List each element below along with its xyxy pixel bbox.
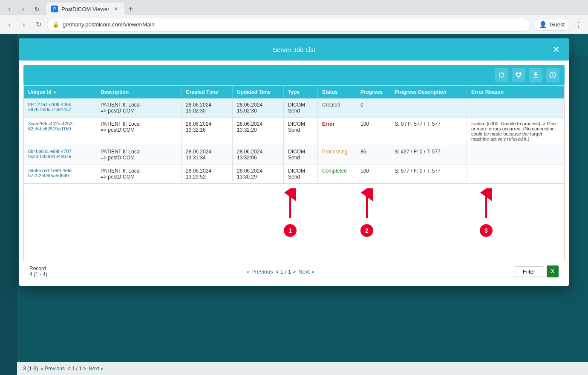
history-icon — [549, 71, 556, 79]
cell-unique-id: fd4127a1-c4d9-436d-a976-2e0dc7b914d7 — [24, 98, 96, 117]
header-error-reason: Error Reason — [467, 86, 564, 98]
more-options-button[interactable]: ⋮ — [573, 19, 585, 31]
modal-toolbar — [23, 65, 565, 85]
cell-progress: 86 — [356, 145, 390, 164]
cell-type: DICOMSend — [284, 118, 318, 145]
annotation-number-2: 2 — [360, 224, 373, 237]
arrow-up-icon-1 — [284, 188, 297, 222]
table-row[interactable]: fd4127a1-c4d9-436d-a976-2e0dc7b914d7 PAT… — [24, 98, 564, 118]
forward-btn-toolbar[interactable]: › — [18, 19, 30, 31]
new-tab-button[interactable]: + — [124, 3, 136, 15]
cell-status: Error — [318, 118, 356, 145]
second-page-info: < 1 / 1 > — [67, 366, 86, 372]
filter-area: Filter X — [514, 265, 559, 277]
cell-created-time: 28.06.202413:31:34 — [182, 145, 233, 164]
cell-description: PATIENT II: Local=> postDICOM — [96, 98, 182, 117]
cell-error-reason — [467, 164, 564, 183]
history-button[interactable] — [546, 68, 559, 82]
table-header: Unique Id ▼ Description Created Time Upd… — [24, 86, 564, 98]
tab-close-button[interactable]: ✕ — [112, 6, 119, 12]
server-job-list-modal: Server Job List ✕ — [19, 38, 569, 286]
account-icon: 👤 — [539, 21, 547, 29]
cell-error-reason — [467, 145, 564, 164]
browser-chrome: ‹ › ↻ P PostDICOM Viewer ✕ + ‹ › ↻ 🔒 ger… — [0, 0, 588, 34]
app-background: Server Job List ✕ — [0, 34, 588, 375]
annotation-number-3: 3 — [480, 224, 493, 237]
cell-created-time: 28.06.202415:02:30 — [182, 98, 233, 117]
download-button[interactable] — [529, 68, 542, 82]
forward-button[interactable]: › — [17, 3, 29, 15]
next-page-button[interactable]: Next » — [298, 268, 314, 275]
cell-progress: 0 — [356, 98, 390, 117]
annotation-number-1: 1 — [284, 224, 297, 237]
header-unique-id: Unique Id ▼ — [24, 86, 96, 98]
cell-description: PATIENT II: Local=> postDICOM — [96, 118, 182, 145]
cell-status: Created — [318, 98, 356, 117]
second-pagination-bar: 3 (1-3) « Previous < 1 / 1 > Next » — [17, 362, 588, 375]
guest-label: Guest — [550, 21, 565, 28]
modal-footer: Record 4 (1 - 4) « Previous < 1 / 1 > Ne… — [23, 261, 565, 282]
cell-description: PATIENT II: Local=> postDICOM — [96, 164, 182, 183]
cell-progress: 100 — [356, 118, 390, 145]
annotation-1: 1 — [284, 188, 297, 237]
second-prev-button[interactable]: « Previous — [40, 366, 65, 372]
reload-btn-toolbar[interactable]: ↻ — [32, 19, 44, 31]
address-bar[interactable]: 🔒 germany.postdicom.com/Viewer/Main — [47, 18, 531, 32]
nav-controls: ‹ › ↻ — [0, 3, 46, 15]
modal-title: Server Job List — [38, 46, 550, 53]
cell-unique-id: 3caa268c-402a-4252-82c5-bc62919ad150 — [24, 118, 96, 145]
header-progress: Progress — [356, 86, 390, 98]
table-row[interactable]: 3caa268c-402a-4252-82c5-bc62919ad150 PAT… — [24, 118, 564, 145]
guest-button[interactable]: 👤 Guest — [533, 19, 570, 31]
header-status: Status — [318, 86, 356, 98]
back-btn-toolbar[interactable]: ‹ — [3, 19, 15, 31]
active-tab[interactable]: P PostDICOM Viewer ✕ — [46, 3, 124, 15]
table-row[interactable]: 8b46b61c-e69f-4707-8c23-083691348b7e PAT… — [24, 145, 564, 164]
tab-bar: ‹ › ↻ P PostDICOM Viewer ✕ + — [0, 0, 588, 15]
cell-status: Processing — [318, 145, 356, 164]
refresh-icon — [498, 71, 505, 79]
cell-error-reason: Failure [c000: Unable to process] -> One… — [467, 118, 564, 145]
download-icon — [532, 71, 539, 79]
dialog-overlay: Server Job List ✕ — [0, 34, 588, 375]
annotation-area: 1 2 — [23, 184, 565, 261]
lock-icon: 🔒 — [52, 21, 59, 28]
modal-close-button[interactable]: ✕ — [550, 43, 562, 55]
page-info: < 1 / 1 > — [276, 268, 296, 275]
refresh-button[interactable] — [495, 68, 508, 82]
cell-error-reason — [467, 98, 564, 117]
cell-progress: 100 — [356, 164, 390, 183]
url-input[interactable]: germany.postdicom.com/Viewer/Main — [63, 21, 525, 28]
back-button[interactable]: ‹ — [3, 3, 15, 15]
header-description: Description — [96, 86, 182, 98]
table-row[interactable]: 39a857e8-1e99-4efe-b7f2-2e09f5a50649 PAT… — [24, 164, 564, 184]
diamond-icon — [515, 71, 522, 79]
filter-button[interactable]: Filter — [514, 266, 544, 277]
header-updated-time: Updated Time — [233, 86, 284, 98]
tab-title: PostDICOM Viewer — [61, 6, 109, 12]
cell-type: DICOMSend — [284, 98, 318, 117]
cell-type: DICOMSend — [284, 164, 318, 183]
second-record-count: 3 (1-3) — [23, 366, 38, 372]
header-progress-description: Progress Description — [390, 86, 467, 98]
cell-unique-id: 8b46b61c-e69f-4707-8c23-083691348b7e — [24, 145, 96, 164]
prev-page-button[interactable]: « Previous — [247, 268, 273, 275]
cell-created-time: 28.06.202413:32:16 — [182, 118, 233, 145]
arrow-up-icon-2 — [360, 188, 373, 222]
export-excel-button[interactable]: X — [547, 265, 559, 277]
cell-updated-time: 28.06.202413:32:20 — [233, 118, 284, 145]
header-type: Type — [284, 86, 318, 98]
annotation-2: 2 — [360, 188, 373, 237]
record-label: Record — [29, 265, 47, 271]
record-info: Record 4 (1 - 4) — [29, 265, 47, 277]
cell-progress-desc: S: 577 / F: 0 / T: 577 — [390, 164, 467, 183]
record-count: 4 (1 - 4) — [29, 271, 47, 277]
reload-button[interactable]: ↻ — [31, 3, 43, 15]
cell-created-time: 28.06.202413:29:52 — [182, 164, 233, 183]
diamond-button[interactable] — [512, 68, 525, 82]
second-next-button[interactable]: Next » — [89, 366, 104, 372]
cell-unique-id: 39a857e8-1e99-4efe-b7f2-2e09f5a50649 — [24, 164, 96, 183]
cell-progress-desc: S: 0 / F: 577 / T: 577 — [390, 118, 467, 145]
tab-favicon: P — [51, 6, 58, 12]
job-list-table: Unique Id ▼ Description Created Time Upd… — [23, 85, 565, 184]
